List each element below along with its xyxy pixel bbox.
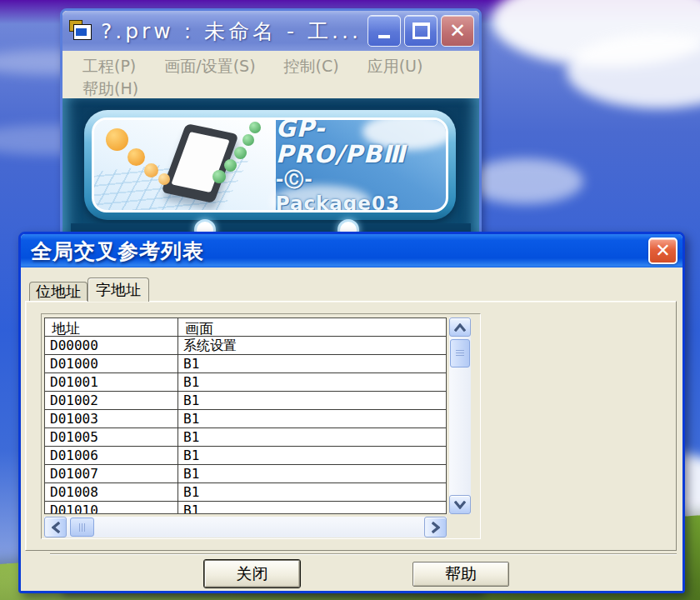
- dialog-title: 全局交叉参考列表: [31, 238, 648, 265]
- dialog-close-button[interactable]: ✕: [648, 238, 678, 264]
- horizontal-scrollbar[interactable]: [44, 517, 447, 538]
- app-icon: [69, 20, 94, 42]
- scroll-left-button[interactable]: [44, 517, 67, 538]
- cross-reference-dialog: 全局交叉参考列表 ✕ 位地址 字地址 地址 画面 D00000 系统设置: [18, 232, 685, 593]
- orange-dot-graphic: [128, 148, 145, 166]
- help-button[interactable]: 帮助: [412, 562, 509, 587]
- product-banner: GP-PRO/PBⅢ -Ⓒ-Package03: [84, 110, 456, 220]
- green-dot-graphic: [224, 159, 237, 172]
- close-icon: ✕: [449, 21, 466, 41]
- table-row[interactable]: D00000 系统设置: [45, 337, 446, 355]
- app-icon-screen-layer: [76, 28, 87, 36]
- minimize-button[interactable]: [368, 15, 401, 47]
- menu-item-control[interactable]: 控制(C): [284, 56, 339, 78]
- address-cell[interactable]: D01005: [45, 428, 178, 446]
- close-icon: ✕: [655, 242, 670, 260]
- column-header-address[interactable]: 地址: [45, 318, 178, 336]
- maximize-button[interactable]: [404, 15, 438, 47]
- screen-cell[interactable]: B1: [178, 447, 446, 464]
- app-close-button[interactable]: ✕: [441, 15, 474, 47]
- product-logo-text: GP-PRO/PBⅢ: [276, 118, 438, 167]
- scroll-right-button[interactable]: [424, 517, 447, 538]
- scroll-left-icon: [52, 522, 60, 533]
- vertical-scrollbar-thumb[interactable]: [450, 339, 470, 368]
- banner-graphic-panel: [94, 120, 276, 210]
- table-row[interactable]: D01000 B1: [45, 355, 446, 373]
- address-cell[interactable]: D01010: [45, 502, 178, 514]
- table-row[interactable]: D01003 B1: [45, 410, 446, 428]
- menu-item-screen-settings[interactable]: 画面/设置(S): [164, 56, 255, 78]
- address-cell[interactable]: D01002: [45, 392, 178, 409]
- table-row[interactable]: D01010 B1: [45, 502, 446, 514]
- green-dot-graphic: [242, 134, 254, 146]
- table-row[interactable]: D01002 B1: [45, 392, 446, 410]
- green-dot-graphic: [249, 122, 261, 133]
- screen-cell[interactable]: B1: [178, 355, 446, 372]
- green-dot-graphic: [212, 170, 226, 183]
- maximize-icon: [412, 22, 430, 39]
- screen-cell[interactable]: B1: [178, 392, 446, 409]
- menu-item-utility[interactable]: 应用(U): [368, 56, 423, 78]
- reference-table: 地址 画面 D00000 系统设置 D01000 B1 D01001 B1: [44, 318, 447, 514]
- scroll-down-icon: [454, 501, 466, 509]
- menu-item-project[interactable]: 工程(P): [82, 56, 136, 78]
- hmi-panel-screen: [171, 132, 229, 192]
- table-row[interactable]: D01001 B1: [45, 373, 446, 392]
- menu-row-2: 帮助(H): [82, 78, 479, 100]
- screen-cell[interactable]: 系统设置: [178, 337, 446, 354]
- dialog-titlebar[interactable]: 全局交叉参考列表 ✕: [21, 234, 682, 268]
- screen-cell[interactable]: B1: [178, 465, 446, 482]
- table-row[interactable]: D01007 B1: [45, 465, 446, 483]
- dialog-body: 位地址 字地址 地址 画面 D00000 系统设置 D01000 B1: [21, 268, 682, 591]
- green-dot-graphic: [234, 147, 247, 159]
- scroll-down-button[interactable]: [449, 495, 471, 514]
- app-titlebar[interactable]: ?.prw : 未命名 - 工... ✕: [62, 11, 479, 51]
- table-header-row: 地址 画面: [45, 318, 446, 337]
- screen-cell[interactable]: B1: [178, 428, 446, 446]
- minimize-icon: [378, 35, 390, 38]
- table-row[interactable]: D01008 B1: [45, 483, 446, 502]
- orange-dot-graphic: [144, 163, 158, 178]
- close-dialog-button[interactable]: 关闭: [204, 560, 300, 588]
- scroll-up-icon: [454, 323, 466, 332]
- app-window-title: ?.prw : 未命名 - 工...: [101, 18, 364, 45]
- scrollbar-grip: [79, 523, 86, 532]
- address-cell[interactable]: D01008: [45, 483, 178, 501]
- tab-bit-address[interactable]: 位地址: [29, 282, 88, 301]
- address-cell[interactable]: D00000: [45, 337, 178, 354]
- column-header-screen[interactable]: 画面: [178, 318, 446, 336]
- vertical-scrollbar[interactable]: [449, 318, 471, 514]
- address-cell[interactable]: D01006: [45, 447, 178, 464]
- screen-cell[interactable]: B1: [178, 502, 446, 514]
- horizontal-scrollbar-thumb[interactable]: [70, 518, 94, 537]
- address-cell[interactable]: D01007: [45, 465, 178, 482]
- table-row[interactable]: D01005 B1: [45, 428, 446, 447]
- scroll-up-button[interactable]: [449, 318, 471, 337]
- menu-row-1: 工程(P) 画面/设置(S) 控制(C) 应用(U): [82, 55, 479, 78]
- product-banner-inner: GP-PRO/PBⅢ -Ⓒ-Package03: [92, 118, 448, 212]
- cloud: [467, 158, 583, 204]
- orange-dot-graphic: [106, 128, 128, 151]
- address-cell[interactable]: D01003: [45, 410, 178, 428]
- app-menubar: 工程(P) 画面/设置(S) 控制(C) 应用(U) 帮助(H): [62, 51, 479, 103]
- bottom-divider: [50, 553, 677, 555]
- package-logo-text: -Ⓒ-Package03: [276, 167, 438, 212]
- screen-cell[interactable]: B1: [178, 373, 446, 391]
- tab-word-address[interactable]: 字地址: [88, 278, 149, 302]
- menu-item-help[interactable]: 帮助(H): [82, 78, 138, 100]
- address-cell[interactable]: D01000: [45, 355, 178, 372]
- scrollbar-grip: [456, 350, 464, 357]
- scroll-right-icon: [432, 522, 440, 533]
- banner-logo-panel: GP-PRO/PBⅢ -Ⓒ-Package03: [276, 120, 446, 210]
- address-cell[interactable]: D01001: [45, 373, 178, 391]
- table-row[interactable]: D01006 B1: [45, 447, 446, 465]
- tab-page: 地址 画面 D00000 系统设置 D01000 B1 D01001 B1: [25, 301, 677, 551]
- reference-list-panel: 地址 画面 D00000 系统设置 D01000 B1 D01001 B1: [41, 313, 481, 539]
- screen-cell[interactable]: B1: [178, 410, 446, 428]
- screen-cell[interactable]: B1: [178, 483, 446, 501]
- orange-dot-graphic: [158, 173, 170, 185]
